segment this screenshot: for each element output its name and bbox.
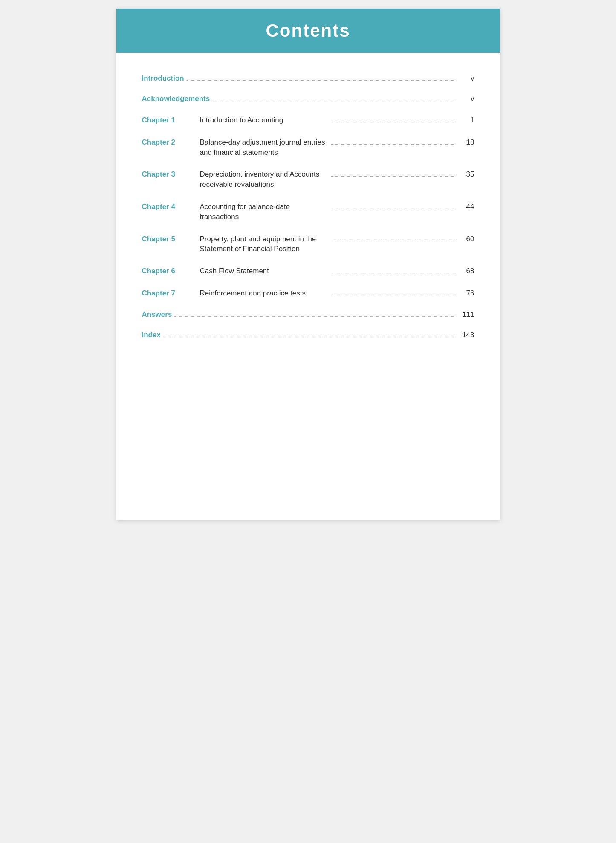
- toc-dots: [331, 144, 457, 145]
- toc-chapter-2-label: Chapter 2: [142, 137, 197, 148]
- toc-answers: Answers 111: [142, 310, 474, 319]
- toc-chapter-4-page: 44: [460, 202, 474, 212]
- toc-dots: [163, 337, 457, 337]
- toc-dots: [331, 209, 457, 209]
- toc-dots: [331, 241, 457, 241]
- toc-dots: [212, 101, 457, 101]
- toc-chapter-1-page: 1: [460, 115, 474, 125]
- toc-chapter-4-title: Accounting for balance-date transactions: [197, 202, 329, 222]
- toc-index-label: Index: [142, 331, 161, 339]
- toc-chapter-7-page: 76: [460, 288, 474, 298]
- toc-chapter-6-page: 68: [460, 266, 474, 276]
- toc-chapter-3-page: 35: [460, 169, 474, 180]
- toc-dots: [331, 176, 457, 177]
- toc-chapter-3-title: Depreciation, inventory and Accounts rec…: [197, 169, 329, 190]
- contents-body: Introduction v Acknowledgements v Chapte…: [116, 70, 500, 377]
- toc-index: Index 143: [142, 331, 474, 339]
- toc-chapter-6: Chapter 6 Cash Flow Statement 68: [142, 266, 474, 276]
- toc-dots: [331, 122, 457, 122]
- toc-chapter-6-title: Cash Flow Statement: [197, 266, 329, 276]
- toc-dots: [331, 273, 457, 273]
- toc-chapter-5-label: Chapter 5: [142, 234, 197, 244]
- toc-chapter-5-title: Property, plant and equipment in the Sta…: [197, 234, 329, 255]
- toc-chapter-7-title: Reinforcement and practice tests: [197, 288, 329, 298]
- toc-chapter-3-label: Chapter 3: [142, 169, 197, 180]
- toc-chapter-2-page: 18: [460, 137, 474, 148]
- toc-chapter-7-label: Chapter 7: [142, 288, 197, 298]
- toc-chapter-3: Chapter 3 Depreciation, inventory and Ac…: [142, 169, 474, 190]
- toc-chapter-2-title: Balance-day adjustment journal entries a…: [197, 137, 329, 158]
- toc-answers-label: Answers: [142, 310, 172, 319]
- toc-acknowledgements-label: Acknowledgements: [142, 95, 210, 103]
- toc-chapter-1-label: Chapter 1: [142, 115, 197, 125]
- toc-chapter-2: Chapter 2 Balance-day adjustment journal…: [142, 137, 474, 158]
- toc-introduction-label: Introduction: [142, 74, 184, 83]
- toc-answers-page: 111: [460, 310, 474, 319]
- toc-introduction: Introduction v: [142, 74, 474, 83]
- toc-acknowledgements-page: v: [460, 95, 474, 103]
- header-banner: Contents: [116, 9, 500, 53]
- page-title: Contents: [133, 20, 483, 41]
- toc-chapter-5: Chapter 5 Property, plant and equipment …: [142, 234, 474, 255]
- toc-index-page: 143: [460, 331, 474, 339]
- toc-chapter-4-label: Chapter 4: [142, 202, 197, 212]
- toc-chapter-7: Chapter 7 Reinforcement and practice tes…: [142, 288, 474, 298]
- toc-dots: [174, 316, 457, 317]
- toc-dots: [331, 295, 457, 295]
- toc-introduction-page: v: [460, 74, 474, 83]
- toc-chapter-5-page: 60: [460, 234, 474, 244]
- toc-dots: [187, 80, 457, 81]
- toc-acknowledgements: Acknowledgements v: [142, 95, 474, 103]
- page: Contents Introduction v Acknowledgements…: [116, 9, 500, 520]
- toc-chapter-1-title: Introduction to Accounting: [197, 115, 329, 125]
- toc-chapter-1: Chapter 1 Introduction to Accounting 1: [142, 115, 474, 125]
- toc-chapter-4: Chapter 4 Accounting for balance-date tr…: [142, 202, 474, 222]
- toc-chapter-6-label: Chapter 6: [142, 266, 197, 276]
